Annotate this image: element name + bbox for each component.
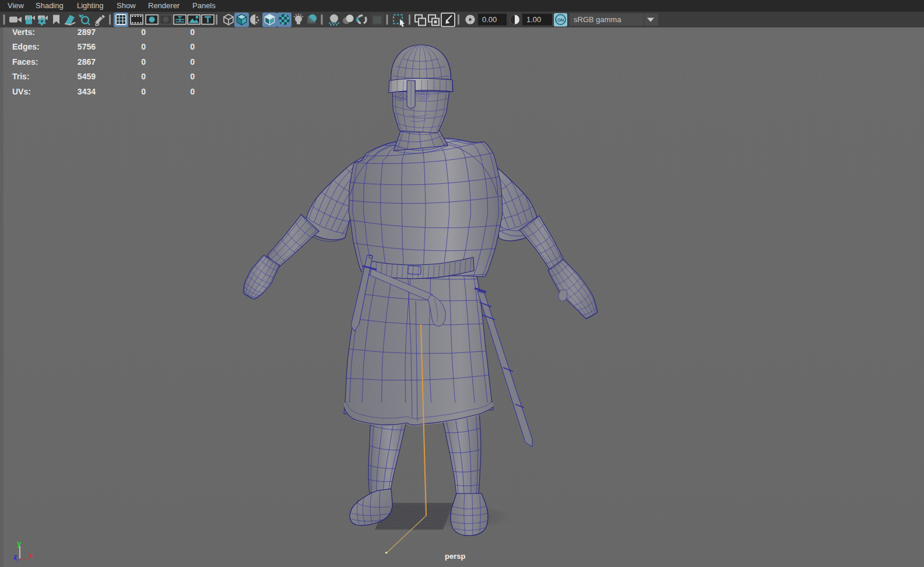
svg-text:0.00: 0.00 xyxy=(482,15,497,24)
svg-text:sRGB gamma: sRGB gamma xyxy=(574,15,621,24)
svg-text:ON: ON xyxy=(557,18,564,23)
svg-text:x: x xyxy=(29,551,33,559)
svg-text:1.00: 1.00 xyxy=(526,15,541,24)
svg-text:z: z xyxy=(13,552,17,561)
svg-text:y: y xyxy=(17,539,22,548)
